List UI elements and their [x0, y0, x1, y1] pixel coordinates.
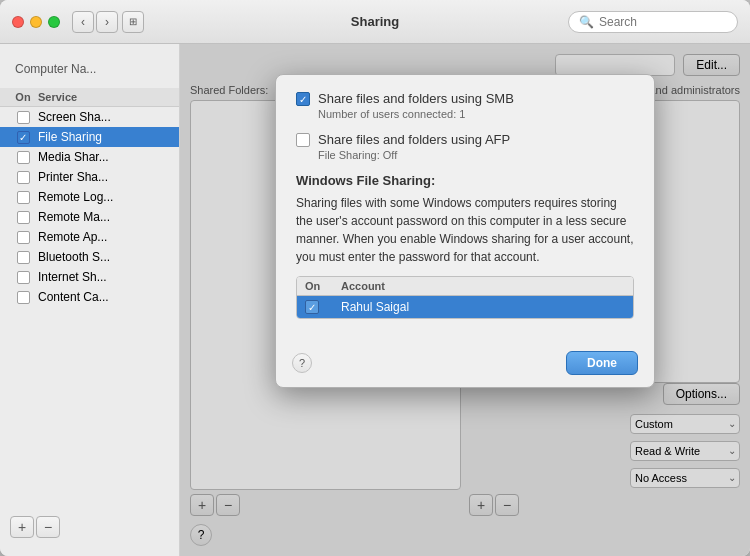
service-checkbox-3[interactable] — [17, 151, 30, 164]
done-button[interactable]: Done — [566, 351, 638, 375]
traffic-lights — [12, 16, 60, 28]
service-label-10: Content Ca... — [38, 290, 171, 304]
on-col-header: On — [8, 91, 38, 103]
forward-button[interactable]: › — [96, 11, 118, 33]
service-checkbox-6[interactable] — [17, 211, 30, 224]
account-row-rahul[interactable]: ✓ Rahul Saigal — [297, 296, 633, 318]
main-content: Computer Na... On Service Screen Sha... … — [0, 44, 750, 556]
accounts-account-header: Account — [341, 280, 625, 292]
windows-sharing-title: Windows File Sharing: — [296, 173, 634, 188]
service-checkbox-10[interactable] — [17, 291, 30, 304]
accounts-on-header: On — [305, 280, 341, 292]
service-row-internet-sharing[interactable]: Internet Sh... — [0, 267, 179, 287]
service-checkbox-1[interactable] — [17, 111, 30, 124]
smb-label: Share files and folders using SMB — [318, 91, 514, 106]
titlebar: ‹ › ⊞ Sharing 🔍 — [0, 0, 750, 44]
service-label-6: Remote Ma... — [38, 210, 171, 224]
service-label-1: Screen Sha... — [38, 110, 171, 124]
accounts-table-header: On Account — [297, 277, 633, 296]
service-row-bluetooth-sharing[interactable]: Bluetooth S... — [0, 247, 179, 267]
service-checkbox-4[interactable] — [17, 171, 30, 184]
window-title: Sharing — [351, 14, 399, 29]
smb-checkbox[interactable]: ✓ — [296, 92, 310, 106]
nav-buttons: ‹ › — [72, 11, 118, 33]
right-panel: Edit... Shared Folders: + − and administ… — [180, 44, 750, 556]
windows-sharing-desc: Sharing files with some Windows computer… — [296, 194, 634, 266]
smb-sublabel: Number of users connected: 1 — [318, 108, 514, 120]
modal-help-button[interactable]: ? — [292, 353, 312, 373]
afp-option-row: Share files and folders using AFP File S… — [296, 132, 634, 161]
service-label-4: Printer Sha... — [38, 170, 171, 184]
service-checkbox-5[interactable] — [17, 191, 30, 204]
smb-option-text: Share files and folders using SMB Number… — [318, 91, 514, 120]
remove-service-button[interactable]: − — [36, 516, 60, 538]
service-row-remote-login[interactable]: Remote Log... — [0, 187, 179, 207]
service-label-5: Remote Log... — [38, 190, 171, 204]
afp-checkbox[interactable] — [296, 133, 310, 147]
options-modal: ✓ Share files and folders using SMB Numb… — [275, 74, 655, 388]
service-checkbox-8[interactable] — [17, 251, 30, 264]
modal-body: ✓ Share files and folders using SMB Numb… — [276, 75, 654, 343]
service-row-printer-sharing[interactable]: Printer Sha... — [0, 167, 179, 187]
back-button[interactable]: ‹ — [72, 11, 94, 33]
service-row-remote-management[interactable]: Remote Ma... — [0, 207, 179, 227]
service-label-8: Bluetooth S... — [38, 250, 171, 264]
maximize-button[interactable] — [48, 16, 60, 28]
accounts-table: On Account ✓ Rahul Saigal — [296, 276, 634, 319]
account-checkbox-rahul[interactable]: ✓ — [305, 300, 341, 314]
service-label-3: Media Shar... — [38, 150, 171, 164]
modal-footer: ? Done — [276, 343, 654, 387]
afp-label: Share files and folders using AFP — [318, 132, 510, 147]
computer-name-row: Computer Na... — [0, 54, 179, 88]
service-row-file-sharing[interactable]: ✓ File Sharing — [0, 127, 179, 147]
search-input[interactable] — [599, 15, 727, 29]
services-table: On Service Screen Sha... ✓ File Sharing … — [0, 88, 179, 508]
service-checkbox-9[interactable] — [17, 271, 30, 284]
search-icon: 🔍 — [579, 15, 594, 29]
service-checkbox-2[interactable]: ✓ — [17, 131, 30, 144]
afp-sublabel: File Sharing: Off — [318, 149, 510, 161]
grid-button[interactable]: ⊞ — [122, 11, 144, 33]
computer-name-label: Computer Na... — [15, 62, 96, 76]
window: ‹ › ⊞ Sharing 🔍 Computer Na... On Servic… — [0, 0, 750, 556]
service-row-remote-apple-events[interactable]: Remote Ap... — [0, 227, 179, 247]
service-label-9: Internet Sh... — [38, 270, 171, 284]
service-label-2: File Sharing — [38, 130, 171, 144]
service-label-7: Remote Ap... — [38, 230, 171, 244]
left-panel: Computer Na... On Service Screen Sha... … — [0, 44, 180, 556]
search-bar: 🔍 — [568, 11, 738, 33]
service-row-media-sharing[interactable]: Media Shar... — [0, 147, 179, 167]
smb-option-row: ✓ Share files and folders using SMB Numb… — [296, 91, 634, 120]
add-service-button[interactable]: + — [10, 516, 34, 538]
minimize-button[interactable] — [30, 16, 42, 28]
service-row-content-caching[interactable]: Content Ca... — [0, 287, 179, 307]
account-name-rahul: Rahul Saigal — [341, 300, 625, 314]
service-checkbox-7[interactable] — [17, 231, 30, 244]
close-button[interactable] — [12, 16, 24, 28]
left-bottom-buttons: + − — [0, 508, 179, 546]
modal-overlay: ✓ Share files and folders using SMB Numb… — [180, 44, 750, 556]
service-col-header: Service — [38, 91, 171, 103]
services-header: On Service — [0, 88, 179, 107]
service-row-screen-sharing[interactable]: Screen Sha... — [0, 107, 179, 127]
afp-option-text: Share files and folders using AFP File S… — [318, 132, 510, 161]
